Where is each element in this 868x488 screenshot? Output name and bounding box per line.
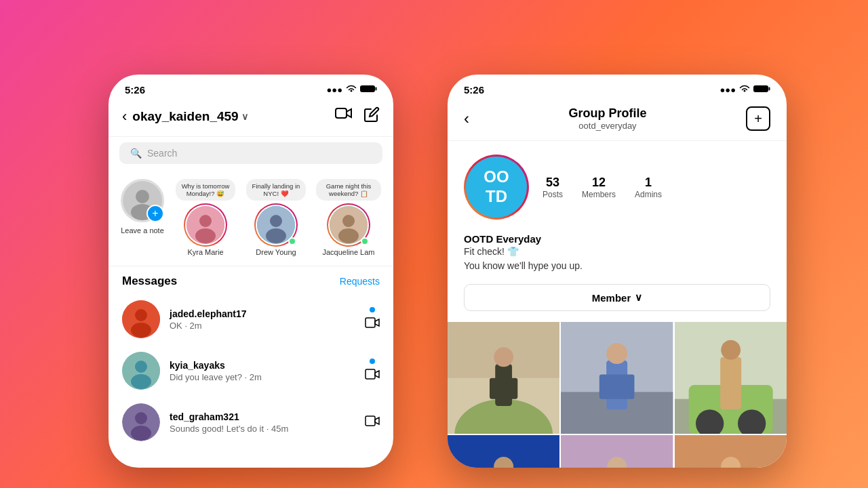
svg-point-30	[494, 347, 513, 367]
header-center-right: Group Profile ootd_everyday	[568, 106, 646, 131]
group-profile-info: OOTD 53 Posts 12 Members 1 Admins	[448, 141, 787, 233]
camera-icon-jaded[interactable]	[365, 317, 380, 332]
message-right-ted	[365, 415, 380, 430]
add-story-button[interactable]: +	[146, 205, 164, 222]
message-content-ted: ted_graham321 Sounds good! Let's do it ·…	[170, 411, 355, 434]
signal-icon-right: ●●●	[719, 85, 736, 95]
group-description-line1: Fit check! 👕	[464, 245, 770, 259]
online-indicator-jacq	[361, 237, 369, 245]
status-bar-right: 5:26 ●●●	[448, 75, 787, 101]
svg-point-20	[131, 374, 151, 389]
svg-rect-25	[769, 87, 770, 91]
group-name: OOTD Everyday	[464, 233, 770, 245]
svg-point-11	[266, 228, 286, 243]
story-self[interactable]: + Leave a note	[119, 179, 165, 256]
header-action-icons	[335, 106, 380, 127]
photo-cell-1[interactable]	[448, 322, 559, 434]
time-right: 5:26	[464, 84, 484, 96]
search-placeholder: Search	[147, 148, 177, 159]
photo-cell-2[interactable]	[561, 322, 673, 434]
username-jaded: jaded.elephant17	[170, 308, 355, 319]
avatar-jaded	[122, 300, 160, 338]
video-call-icon[interactable]	[335, 106, 353, 127]
photo-cell-4[interactable]	[448, 435, 559, 468]
unread-indicator-kyia	[370, 359, 375, 364]
right-phone: 5:26 ●●● ‹ Group Profile ootd_ever	[448, 75, 787, 468]
kyra-note: Why is tomorrow Monday!? 😅	[176, 179, 235, 201]
group-avatar-wrapper[interactable]: OOTD	[464, 155, 529, 220]
message-content-jaded: jaded.elephant17 OK · 2m	[170, 308, 355, 331]
status-icons-right: ●●●	[719, 85, 770, 95]
svg-point-8	[195, 228, 216, 243]
search-magnifier-icon: 🔍	[130, 148, 142, 159]
left-phone: 5:26 ●●● ‹ okay_kaiden_459 ∨	[108, 75, 393, 468]
message-item-jaded[interactable]: jaded.elephant17 OK · 2m	[108, 293, 393, 345]
group-profile-title: Group Profile	[568, 106, 646, 121]
photo-cell-3[interactable]	[675, 322, 787, 434]
members-label: Members	[582, 190, 616, 199]
svg-rect-31	[490, 378, 517, 399]
message-item-kyia[interactable]: kyia_kayaks Did you leave yet? · 2m	[108, 345, 393, 396]
svg-point-4	[136, 190, 149, 203]
message-right-kyia	[365, 359, 380, 384]
drew-label: Drew Young	[256, 248, 296, 256]
svg-point-22	[135, 412, 147, 424]
time-left: 5:26	[125, 84, 145, 96]
back-chevron-left[interactable]: ‹	[122, 108, 127, 125]
message-item-ted[interactable]: ted_graham321 Sounds good! Let's do it ·…	[108, 396, 393, 448]
status-icons-left: ●●●	[326, 85, 377, 95]
add-to-group-button[interactable]: +	[746, 106, 770, 131]
svg-point-14	[338, 228, 359, 243]
admins-label: Admins	[635, 190, 662, 199]
messages-header: Messages Requests	[108, 266, 393, 293]
story-kyra[interactable]: Why is tomorrow Monday!? 😅 Kyra Marie	[175, 179, 236, 256]
message-content-kyia: kyia_kayaks Did you leave yet? · 2m	[170, 360, 355, 382]
camera-icon-ted[interactable]	[365, 415, 380, 430]
jacq-note: Game night this weekend? 📋	[316, 179, 381, 201]
jacq-label: Jacqueline Lam	[322, 248, 374, 256]
group-stats: 53 Posts 12 Members 1 Admins	[542, 176, 662, 199]
username-kyia: kyia_kayaks	[170, 360, 355, 371]
members-count: 12	[582, 176, 616, 190]
stories-row: + Leave a note Why is tomorrow Monday!? …	[108, 169, 393, 266]
right-phone-header: ‹ Group Profile ootd_everyday +	[448, 101, 787, 141]
member-chevron: ∨	[635, 291, 642, 304]
svg-rect-2	[336, 108, 347, 118]
requests-button[interactable]: Requests	[340, 276, 380, 287]
svg-point-17	[131, 323, 151, 338]
avatar-kyia	[122, 352, 160, 390]
message-right-jaded	[365, 307, 380, 332]
svg-rect-24	[753, 85, 768, 92]
preview-ted: Sounds good! Let's do it · 45m	[170, 424, 355, 434]
stat-admins: 1 Admins	[635, 176, 662, 199]
battery-icon-right	[753, 85, 770, 95]
photo-grid	[448, 322, 787, 468]
conversation-username[interactable]: okay_kaiden_459	[132, 109, 238, 124]
wifi-icon	[346, 85, 357, 95]
drew-note: Finally landing in NYC! ❤️	[246, 179, 306, 201]
svg-point-19	[135, 361, 147, 373]
messages-title: Messages	[122, 274, 177, 288]
photo-cell-5[interactable]	[561, 435, 673, 468]
preview-jaded: OK · 2m	[170, 321, 355, 331]
member-label: Member	[592, 292, 631, 304]
story-drew[interactable]: Finally landing in NYC! ❤️ Drew Young	[245, 179, 307, 256]
svg-point-23	[131, 426, 151, 441]
svg-point-16	[135, 309, 147, 321]
dropdown-chevron[interactable]: ∨	[241, 111, 248, 122]
photo-cell-6[interactable]	[675, 435, 787, 468]
back-button-right[interactable]: ‹	[464, 109, 469, 128]
wifi-icon-right	[739, 85, 750, 95]
kyra-label: Kyra Marie	[187, 248, 223, 256]
admins-count: 1	[635, 176, 662, 190]
camera-icon-kyia[interactable]	[365, 368, 380, 384]
search-bar[interactable]: 🔍 Search	[119, 142, 382, 164]
svg-rect-42	[720, 357, 741, 409]
group-avatar: OOTD	[466, 157, 527, 218]
compose-icon[interactable]	[363, 106, 380, 127]
member-button[interactable]: Member ∨	[464, 284, 770, 311]
preview-kyia: Did you leave yet? · 2m	[170, 372, 355, 382]
story-jacqueline[interactable]: Game night this weekend? 📋 Jacqueline La…	[316, 179, 381, 256]
svg-point-10	[270, 215, 282, 227]
username-ted: ted_graham321	[170, 411, 355, 422]
